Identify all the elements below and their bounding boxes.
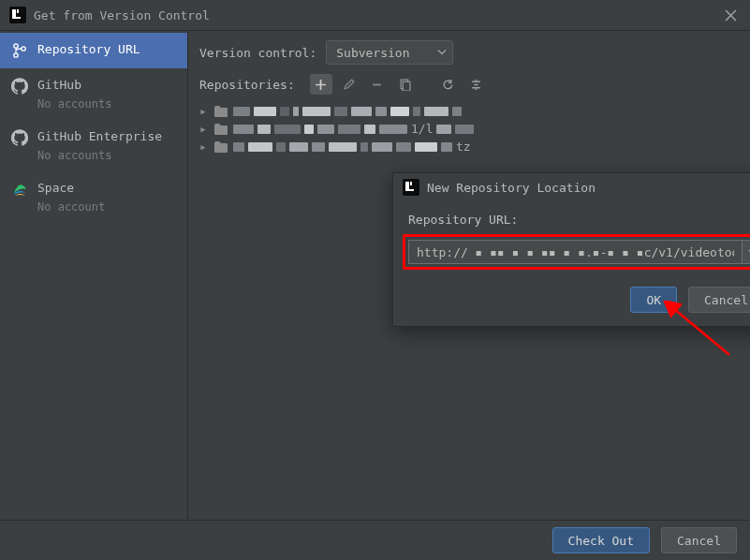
pencil-icon (343, 79, 355, 91)
svg-rect-2 (12, 17, 21, 19)
sidebar-item-label: GitHub (37, 78, 111, 92)
sidebar-item-github[interactable]: GitHub No accounts (0, 68, 187, 120)
app-logo-icon (403, 179, 419, 196)
window-footer: Check Out Cancel (0, 520, 750, 560)
sidebar-item-label: Repository URL (37, 42, 140, 56)
svg-rect-0 (9, 7, 26, 23)
window-close-button[interactable] (720, 5, 741, 25)
repo-toolbar (310, 74, 488, 95)
redacted-text (233, 106, 462, 117)
tree-node[interactable]: ▸ 1/l (199, 120, 739, 138)
redacted-text (436, 124, 474, 135)
copy-icon (399, 79, 411, 91)
copy-repo-button[interactable] (394, 74, 417, 95)
repo-url-dropdown[interactable] (742, 240, 750, 264)
svg-rect-11 (405, 189, 414, 191)
sidebar-item-repository-url[interactable]: Repository URL (0, 33, 187, 68)
sidebar-item-space[interactable]: Space No account (0, 171, 187, 223)
sidebar-item-label: Space (37, 181, 105, 195)
new-repo-location-dialog: New Repository Location Repository URL: … (392, 172, 750, 327)
repo-url-combo (408, 240, 750, 264)
chevron-down-icon (437, 46, 447, 60)
expand-icon[interactable]: ▸ (199, 104, 211, 118)
folder-icon (214, 141, 228, 153)
svg-point-6 (22, 47, 25, 51)
svg-point-4 (14, 44, 18, 48)
cancel-button[interactable]: Cancel (688, 287, 750, 313)
github-icon (11, 129, 28, 146)
annotation-highlight (403, 234, 750, 270)
sidebar-item-sub: No accounts (37, 97, 111, 111)
svg-rect-8 (404, 81, 411, 91)
tree-node[interactable]: ▸ tz (199, 138, 739, 155)
repositories-label: Repositories: (199, 78, 295, 92)
check-out-button[interactable]: Check Out (552, 527, 650, 553)
refresh-button[interactable] (437, 74, 460, 95)
window-title: Get from Version Control (34, 8, 720, 22)
repo-url-input[interactable] (408, 240, 742, 264)
remove-repo-button[interactable] (366, 74, 389, 95)
edit-repo-button[interactable] (338, 74, 360, 95)
source-list: Repository URL GitHub No accounts GitHub… (0, 31, 188, 522)
repo-tree[interactable]: ▸ ▸ 1/l ▸ (188, 100, 750, 157)
folder-icon (214, 124, 228, 135)
tree-node-suffix: tz (456, 140, 471, 154)
svg-rect-12 (410, 182, 412, 185)
main-panel: Version control: Subversion Repositories… (188, 31, 750, 522)
sidebar-item-label: GitHub Enterprise (37, 129, 162, 143)
version-control-value: Subversion (336, 46, 409, 60)
repo-url-label: Repository URL: (393, 201, 750, 234)
window-titlebar: Get from Version Control (0, 0, 750, 31)
refresh-icon (442, 79, 454, 91)
svg-point-5 (14, 53, 18, 57)
tree-node-suffix: 1/l (411, 122, 433, 136)
github-icon (11, 78, 28, 95)
redacted-text (233, 141, 452, 153)
svg-rect-9 (403, 179, 419, 196)
plus-icon (315, 79, 327, 91)
dialog-title: New Repository Location (427, 181, 749, 195)
expand-icon[interactable]: ▸ (199, 140, 211, 154)
redacted-text (233, 124, 407, 135)
branch-icon (11, 42, 28, 59)
filter-button[interactable] (465, 74, 488, 95)
minus-icon (371, 79, 383, 91)
expand-icon[interactable]: ▸ (199, 122, 211, 136)
version-control-label: Version control: (199, 46, 316, 60)
filter-icon (470, 79, 482, 91)
sidebar-item-github-enterprise[interactable]: GitHub Enterprise No accounts (0, 120, 187, 171)
dialog-titlebar: New Repository Location (393, 173, 750, 201)
close-icon (725, 9, 737, 22)
cancel-button[interactable]: Cancel (661, 527, 737, 553)
space-icon (11, 181, 28, 198)
app-logo-icon (9, 7, 26, 23)
folder-icon (214, 106, 228, 117)
sidebar-item-sub: No account (37, 200, 105, 214)
version-control-select[interactable]: Subversion (326, 40, 453, 65)
ok-button[interactable]: OK (630, 287, 677, 313)
add-repo-button[interactable] (310, 74, 332, 95)
tree-node[interactable]: ▸ (199, 102, 739, 120)
svg-rect-3 (17, 9, 19, 13)
sidebar-item-sub: No accounts (37, 149, 162, 162)
